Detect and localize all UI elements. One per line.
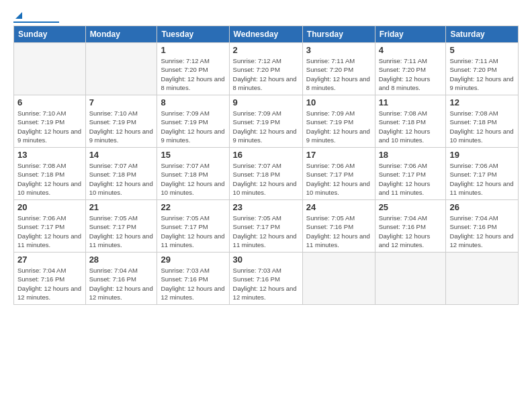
- svg-marker-0: [15, 12, 22, 19]
- day-info: Sunrise: 7:10 AM Sunset: 7:19 PM Dayligh…: [17, 109, 82, 144]
- calendar-cell: [85, 43, 157, 95]
- day-number: 30: [233, 255, 299, 265]
- day-number: 21: [89, 202, 154, 212]
- day-info: Sunrise: 7:06 AM Sunset: 7:17 PM Dayligh…: [306, 161, 371, 197]
- day-info: Sunrise: 7:08 AM Sunset: 7:18 PM Dayligh…: [379, 109, 443, 144]
- day-number: 20: [17, 202, 82, 212]
- day-number: 25: [379, 202, 443, 212]
- calendar-cell: [446, 253, 519, 305]
- day-info: Sunrise: 7:12 AM Sunset: 7:20 PM Dayligh…: [161, 56, 225, 92]
- day-info: Sunrise: 7:03 AM Sunset: 7:16 PM Dayligh…: [161, 266, 225, 302]
- calendar-cell: 3Sunrise: 7:11 AM Sunset: 7:20 PM Daylig…: [302, 43, 375, 95]
- calendar-header-row: SundayMondayTuesdayWednesdayThursdayFrid…: [14, 26, 519, 43]
- day-number: 19: [449, 150, 515, 160]
- day-number: 23: [233, 202, 299, 212]
- calendar-week-row-3: 13Sunrise: 7:08 AM Sunset: 7:18 PM Dayli…: [14, 148, 519, 200]
- calendar-cell: [14, 43, 86, 95]
- calendar-cell: 7Sunrise: 7:10 AM Sunset: 7:19 PM Daylig…: [85, 95, 157, 148]
- day-number: 22: [161, 202, 225, 212]
- day-number: 7: [89, 97, 154, 107]
- calendar-cell: 16Sunrise: 7:07 AM Sunset: 7:18 PM Dayli…: [229, 148, 302, 200]
- calendar-cell: 22Sunrise: 7:05 AM Sunset: 7:17 PM Dayli…: [157, 200, 229, 253]
- day-info: Sunrise: 7:07 AM Sunset: 7:18 PM Dayligh…: [89, 161, 154, 197]
- day-info: Sunrise: 7:06 AM Sunset: 7:17 PM Dayligh…: [449, 161, 515, 197]
- day-info: Sunrise: 7:03 AM Sunset: 7:16 PM Dayligh…: [233, 266, 299, 302]
- day-number: 24: [306, 202, 371, 212]
- day-info: Sunrise: 7:10 AM Sunset: 7:19 PM Dayligh…: [89, 109, 154, 144]
- calendar-week-row-2: 6Sunrise: 7:10 AM Sunset: 7:19 PM Daylig…: [14, 95, 519, 148]
- day-info: Sunrise: 7:08 AM Sunset: 7:18 PM Dayligh…: [449, 109, 515, 144]
- calendar-cell: 13Sunrise: 7:08 AM Sunset: 7:18 PM Dayli…: [14, 148, 86, 200]
- calendar-cell: 14Sunrise: 7:07 AM Sunset: 7:18 PM Dayli…: [85, 148, 157, 200]
- day-number: 12: [449, 97, 515, 107]
- day-info: Sunrise: 7:11 AM Sunset: 7:20 PM Dayligh…: [449, 56, 515, 92]
- day-number: 6: [17, 97, 82, 107]
- logo-underline: [13, 21, 59, 23]
- day-number: 16: [233, 150, 299, 160]
- calendar-week-row-4: 20Sunrise: 7:06 AM Sunset: 7:17 PM Dayli…: [14, 200, 519, 253]
- calendar-cell: 17Sunrise: 7:06 AM Sunset: 7:17 PM Dayli…: [302, 148, 375, 200]
- calendar-header-friday: Friday: [375, 26, 446, 43]
- day-number: 1: [161, 45, 225, 55]
- calendar-cell: 15Sunrise: 7:07 AM Sunset: 7:18 PM Dayli…: [157, 148, 229, 200]
- calendar-cell: 8Sunrise: 7:09 AM Sunset: 7:19 PM Daylig…: [157, 95, 229, 148]
- calendar-header-tuesday: Tuesday: [157, 26, 229, 43]
- day-number: 29: [161, 255, 225, 265]
- calendar-cell: 18Sunrise: 7:06 AM Sunset: 7:17 PM Dayli…: [375, 148, 446, 200]
- calendar-cell: 23Sunrise: 7:05 AM Sunset: 7:17 PM Dayli…: [229, 200, 302, 253]
- logo: [13, 11, 59, 23]
- calendar-cell: 19Sunrise: 7:06 AM Sunset: 7:17 PM Dayli…: [446, 148, 519, 200]
- calendar-cell: 24Sunrise: 7:05 AM Sunset: 7:16 PM Dayli…: [302, 200, 375, 253]
- calendar-cell: 10Sunrise: 7:09 AM Sunset: 7:19 PM Dayli…: [302, 95, 375, 148]
- calendar-cell: [375, 253, 446, 305]
- calendar-header-wednesday: Wednesday: [229, 26, 302, 43]
- calendar-table: SundayMondayTuesdayWednesdayThursdayFrid…: [13, 26, 519, 305]
- calendar-header-sunday: Sunday: [14, 26, 86, 43]
- calendar-cell: 25Sunrise: 7:04 AM Sunset: 7:16 PM Dayli…: [375, 200, 446, 253]
- header: [13, 11, 519, 23]
- day-number: 5: [449, 45, 515, 55]
- day-number: 28: [89, 255, 154, 265]
- logo-triangle-icon: [14, 11, 24, 20]
- calendar-cell: [302, 253, 375, 305]
- day-info: Sunrise: 7:04 AM Sunset: 7:16 PM Dayligh…: [89, 266, 154, 302]
- day-info: Sunrise: 7:08 AM Sunset: 7:18 PM Dayligh…: [17, 161, 82, 197]
- day-info: Sunrise: 7:05 AM Sunset: 7:16 PM Dayligh…: [306, 214, 371, 249]
- day-number: 17: [306, 150, 371, 160]
- day-info: Sunrise: 7:04 AM Sunset: 7:16 PM Dayligh…: [449, 214, 515, 249]
- day-number: 26: [449, 202, 515, 212]
- day-number: 15: [161, 150, 225, 160]
- day-info: Sunrise: 7:05 AM Sunset: 7:17 PM Dayligh…: [89, 214, 154, 249]
- calendar-cell: 9Sunrise: 7:09 AM Sunset: 7:19 PM Daylig…: [229, 95, 302, 148]
- calendar-cell: 26Sunrise: 7:04 AM Sunset: 7:16 PM Dayli…: [446, 200, 519, 253]
- day-number: 18: [379, 150, 443, 160]
- calendar-cell: 21Sunrise: 7:05 AM Sunset: 7:17 PM Dayli…: [85, 200, 157, 253]
- day-number: 10: [306, 97, 371, 107]
- calendar-cell: 6Sunrise: 7:10 AM Sunset: 7:19 PM Daylig…: [14, 95, 86, 148]
- day-number: 11: [379, 97, 443, 107]
- day-number: 3: [306, 45, 371, 55]
- calendar-cell: 27Sunrise: 7:04 AM Sunset: 7:16 PM Dayli…: [14, 253, 86, 305]
- calendar-header-saturday: Saturday: [446, 26, 519, 43]
- calendar-cell: 20Sunrise: 7:06 AM Sunset: 7:17 PM Dayli…: [14, 200, 86, 253]
- day-info: Sunrise: 7:06 AM Sunset: 7:17 PM Dayligh…: [17, 214, 82, 249]
- calendar-cell: 29Sunrise: 7:03 AM Sunset: 7:16 PM Dayli…: [157, 253, 229, 305]
- day-number: 9: [233, 97, 299, 107]
- calendar-cell: 1Sunrise: 7:12 AM Sunset: 7:20 PM Daylig…: [157, 43, 229, 95]
- calendar-header-monday: Monday: [85, 26, 157, 43]
- calendar-cell: 12Sunrise: 7:08 AM Sunset: 7:18 PM Dayli…: [446, 95, 519, 148]
- page: SundayMondayTuesdayWednesdayThursdayFrid…: [0, 0, 532, 411]
- calendar-cell: 5Sunrise: 7:11 AM Sunset: 7:20 PM Daylig…: [446, 43, 519, 95]
- calendar-cell: 11Sunrise: 7:08 AM Sunset: 7:18 PM Dayli…: [375, 95, 446, 148]
- day-info: Sunrise: 7:05 AM Sunset: 7:17 PM Dayligh…: [233, 214, 299, 249]
- day-info: Sunrise: 7:07 AM Sunset: 7:18 PM Dayligh…: [161, 161, 225, 197]
- day-info: Sunrise: 7:11 AM Sunset: 7:20 PM Dayligh…: [306, 56, 371, 92]
- day-number: 8: [161, 97, 225, 107]
- day-number: 4: [379, 45, 443, 55]
- day-info: Sunrise: 7:06 AM Sunset: 7:17 PM Dayligh…: [379, 161, 443, 197]
- calendar-cell: 30Sunrise: 7:03 AM Sunset: 7:16 PM Dayli…: [229, 253, 302, 305]
- day-info: Sunrise: 7:09 AM Sunset: 7:19 PM Dayligh…: [161, 109, 225, 144]
- day-number: 14: [89, 150, 154, 160]
- day-info: Sunrise: 7:09 AM Sunset: 7:19 PM Dayligh…: [233, 109, 299, 144]
- day-number: 2: [233, 45, 299, 55]
